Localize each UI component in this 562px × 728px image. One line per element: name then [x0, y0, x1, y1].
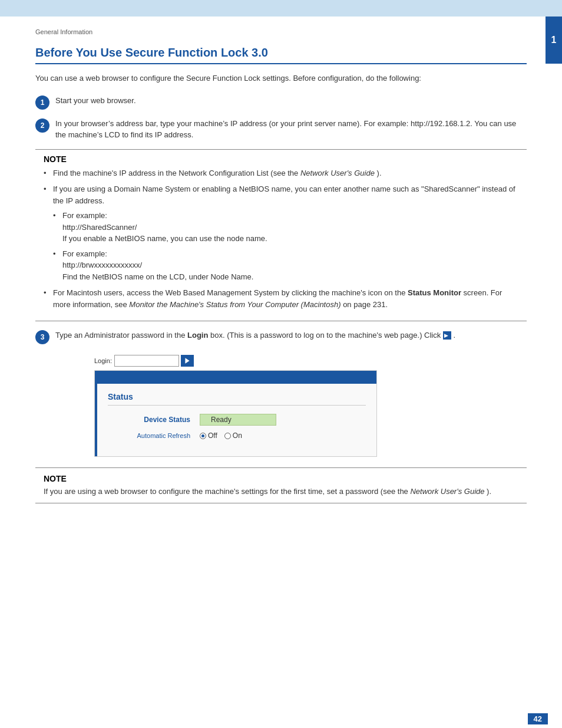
radio-on-label: On: [233, 431, 242, 440]
page-number: 42: [528, 713, 548, 724]
chapter-number: 1: [551, 35, 557, 45]
browser-titlebar: [95, 371, 376, 384]
top-bar: [0, 0, 562, 17]
note-title-2: NOTE: [44, 474, 518, 483]
step-1: 1 Start your web browser.: [35, 95, 527, 110]
step-2: 2 In your browser’s address bar, type yo…: [35, 118, 527, 141]
arrow-icon: [443, 331, 451, 340]
radio-off-option[interactable]: Off: [200, 431, 217, 440]
device-status-value: Ready: [200, 414, 276, 426]
login-submit-button[interactable]: [181, 355, 194, 367]
page-number-bar: 42: [0, 709, 562, 728]
note-list-1: Find the machine's IP address in the Net…: [44, 167, 518, 311]
radio-on-option[interactable]: On: [224, 431, 242, 440]
breadcrumb: General Information: [35, 28, 527, 35]
radio-on-circle: [224, 433, 231, 439]
chapter-tab: 1: [546, 17, 562, 64]
note-box-2: NOTE If you are using a web browser to c…: [35, 467, 527, 503]
step-circle-2: 2: [35, 118, 49, 133]
step-circle-3: 3: [35, 330, 49, 344]
step-3: 3 Type an Administrator password in the …: [35, 330, 527, 344]
login-widget-area: Login: Status Device Status Ready Automa…: [94, 355, 377, 457]
login-input[interactable]: [114, 355, 179, 367]
sub-item-1: For example:http://SharedScanner/If you …: [53, 210, 518, 245]
sub-item-2: For example:http://brwxxxxxxxxxxxx/Find …: [53, 248, 518, 283]
note-title-1: NOTE: [44, 154, 518, 164]
login-label: Login:: [94, 357, 112, 364]
page-title: Before You Use Secure Function Lock 3.0: [35, 46, 527, 64]
note-item-1: Find the machine's IP address in the Net…: [44, 167, 518, 179]
browser-mockup: Status Device Status Ready Automatic Ref…: [94, 370, 377, 457]
arrow-right-icon: [184, 357, 191, 364]
note-2-text: If you are using a web browser to config…: [44, 487, 518, 496]
note-box-1: NOTE Find the machine's IP address in th…: [35, 149, 527, 322]
step-2-text: In your browser’s address bar, type your…: [55, 118, 527, 141]
login-row: Login:: [94, 355, 377, 367]
automatic-refresh-label: Automatic Refresh: [108, 432, 190, 439]
step-1-text: Start your web browser.: [55, 95, 136, 107]
intro-paragraph: You can use a web browser to configure t…: [35, 73, 527, 84]
radio-off-label: Off: [208, 431, 217, 440]
radio-off-circle: [200, 433, 206, 439]
radio-group: Off On: [200, 431, 242, 440]
browser-section-title: Status: [108, 392, 366, 406]
sub-list: For example:http://SharedScanner/If you …: [53, 210, 518, 282]
browser-body: Status Device Status Ready Automatic Ref…: [95, 384, 376, 456]
automatic-refresh-row: Automatic Refresh Off On: [108, 431, 366, 440]
svg-marker-0: [185, 358, 189, 364]
step-circle-1: 1: [35, 95, 49, 110]
note-item-2: If you are using a Domain Name System or…: [44, 183, 518, 282]
note-item-3: For Macintosh users, access the Web Base…: [44, 287, 518, 310]
step-3-text: Type an Administrator password in the Lo…: [55, 330, 455, 341]
device-status-label: Device Status: [108, 416, 190, 424]
device-status-row: Device Status Ready: [108, 414, 366, 426]
